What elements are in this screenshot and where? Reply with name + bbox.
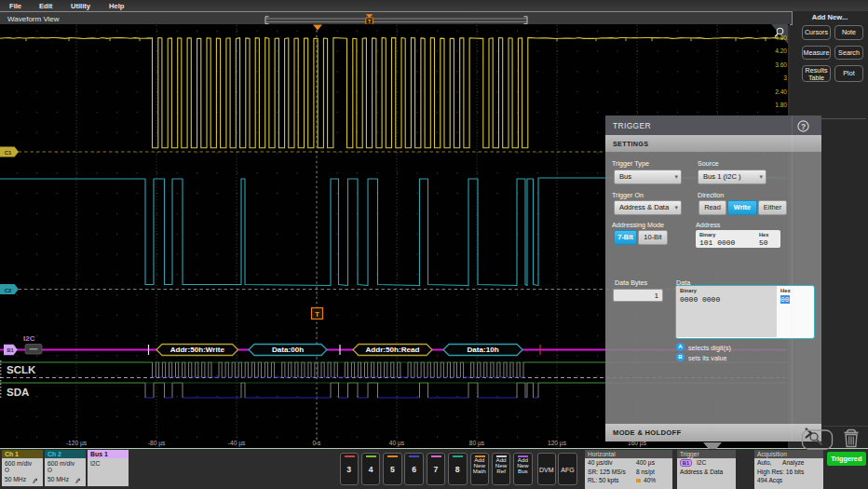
svg-text:4.20: 4.20 xyxy=(775,48,787,54)
svg-text:B1: B1 xyxy=(7,347,13,353)
svg-text:2.40: 2.40 xyxy=(775,88,787,95)
svg-text:T: T xyxy=(315,310,319,319)
svg-text:Addr:50h:Read: Addr:50h:Read xyxy=(365,346,419,354)
svg-text:-120 µs: -120 µs xyxy=(66,440,88,447)
svg-text:C2: C2 xyxy=(5,288,12,293)
svg-text:I2C: I2C xyxy=(23,334,35,343)
svg-text:40 µs: 40 µs xyxy=(389,440,405,447)
svg-text:SCLK: SCLK xyxy=(7,364,36,375)
svg-text:C1: C1 xyxy=(5,150,12,156)
svg-text:80 µs: 80 µs xyxy=(469,440,485,447)
svg-text:120 µs: 120 µs xyxy=(548,440,567,447)
svg-text:0 s: 0 s xyxy=(313,440,321,446)
svg-text:-80 µs: -80 µs xyxy=(148,440,166,447)
svg-text:3.60: 3.60 xyxy=(775,61,787,68)
svg-text:Data:00h: Data:00h xyxy=(272,346,304,354)
svg-text:?: ? xyxy=(801,121,806,130)
svg-text:1.80: 1.80 xyxy=(775,102,787,108)
svg-text:Data:10h: Data:10h xyxy=(467,346,498,354)
svg-text:4.80: 4.80 xyxy=(775,34,787,41)
svg-text:Addr:50h:Write: Addr:50h:Write xyxy=(170,346,225,354)
svg-text:3: 3 xyxy=(783,75,787,81)
svg-text:SDA: SDA xyxy=(7,387,29,398)
svg-text:-40 µs: -40 µs xyxy=(228,440,246,447)
